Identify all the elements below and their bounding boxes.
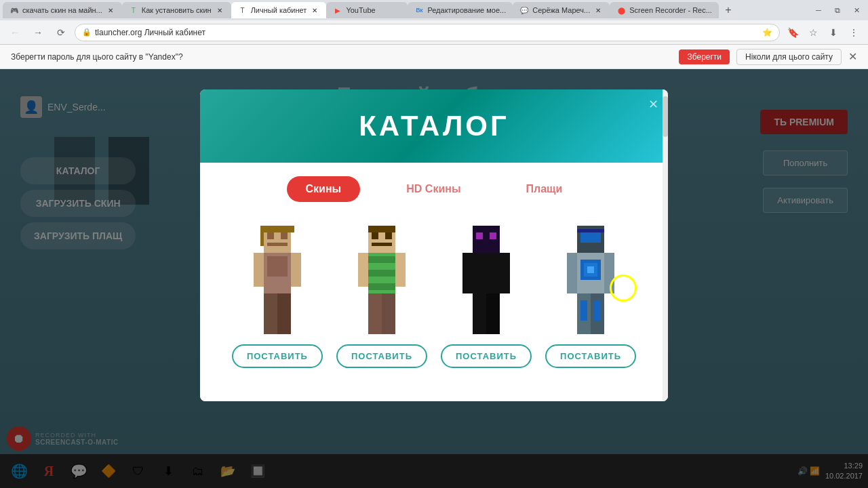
tab-4[interactable]: ▶ YouTube [326,2,408,18]
svg-rect-8 [254,253,264,287]
menu-icon[interactable]: ⋮ [845,24,863,41]
minimize-button[interactable]: ─ [810,3,827,17]
svg-rect-40 [567,253,577,293]
svg-rect-9 [291,253,301,287]
tab-6-close[interactable]: ✕ [593,5,603,15]
set-skin-4-button[interactable]: ПОСТАВИТЬ [545,344,636,368]
restore-button[interactable]: ⧉ [829,3,846,17]
tab-6[interactable]: 💬 Серёжа Мареч... ✕ [513,2,610,18]
tab-cloaks[interactable]: Плащи [507,176,582,202]
page-content: Личный кабинет 👤 ENV_Serde... КАТАЛОГ ЗА… [0,69,868,488]
download-icon[interactable]: ⬇ [825,24,842,41]
svg-rect-22 [395,253,406,287]
tab-7[interactable]: ⬤ Screen Recorder - Rec... [610,2,719,18]
skin-item-3: ПОСТАВИТЬ [441,222,532,368]
svg-rect-35 [577,229,604,232]
catalog-modal: КАТАЛОГ ✕ Скины HD Скины Плащи [200,89,668,401]
svg-rect-45 [594,300,601,321]
modal-close-button[interactable]: ✕ [645,96,661,113]
svg-rect-26 [476,232,483,239]
never-password-button[interactable]: Ніколи для цього сайту [736,49,842,65]
tab-2-favicon: T [129,5,138,15]
close-button[interactable]: ✕ [848,3,865,17]
tab-4-favicon: ▶ [333,5,342,15]
tab-7-favicon: ⬤ [616,5,626,15]
tab-hd-skins[interactable]: HD Скины [387,176,479,202]
svg-rect-18 [368,256,395,263]
password-bar: Зберегти пароль для цього сайту в "Yande… [0,45,868,69]
tab-7-title: Screen Recorder - Rec... [629,6,712,14]
svg-rect-34 [580,232,601,243]
svg-rect-4 [260,226,294,232]
svg-rect-24 [382,293,395,334]
window-controls: ─ ⧉ ✕ [810,0,868,20]
set-skin-2-button[interactable]: ПОСТАВИТЬ [336,344,427,368]
star-icon[interactable]: ☆ [804,24,822,41]
skin-item-2: ПОСТАВИТЬ [336,222,427,368]
svg-rect-41 [604,253,614,293]
tab-5-favicon: Вк [414,5,424,15]
tab-1-favicon: 🎮 [9,5,19,15]
reload-button[interactable]: ⟳ [52,23,71,42]
svg-rect-32 [486,293,500,334]
svg-rect-1 [267,232,274,239]
browser-controls: ← → ⟳ 🔒 tlauncher.org Личный кабинет ⭐ 🔖… [0,20,868,45]
toolbar-icons: 🔖 ☆ ⬇ ⋮ [784,24,863,41]
skin-canvas-2 [338,222,426,338]
svg-rect-23 [368,293,382,334]
password-bar-close[interactable]: ✕ [848,50,857,63]
tab-5[interactable]: Вк Редактирование мое... [408,2,513,18]
svg-rect-7 [267,256,288,277]
tab-bar: 🎮 скачать скин на майн... ✕ T Как устано… [0,0,868,20]
tab-1[interactable]: 🎮 скачать скин на майн... ✕ [3,2,122,18]
new-tab-button[interactable]: + [719,2,738,18]
svg-rect-31 [473,293,486,334]
catalog-tabs: Скины HD Скины Плащи [220,176,648,202]
svg-rect-44 [580,300,587,321]
svg-rect-14 [385,232,392,239]
svg-rect-15 [372,243,392,246]
address-text: tlauncher.org Личный кабинет [95,28,205,37]
set-skin-1-button[interactable]: ПОСТАВИТЬ [232,344,323,368]
tab-4-title: YouTube [346,6,375,14]
skin-svg-4 [564,226,618,334]
tab-3-favicon: T [238,5,248,15]
save-password-button[interactable]: Зберегти [679,49,730,64]
skin-canvas-1 [233,222,321,338]
tab-3-close[interactable]: ✕ [310,5,319,15]
tab-6-title: Серёжа Мареч... [532,6,590,14]
svg-rect-19 [368,270,395,277]
modal-scrollbar-thumb [663,96,668,137]
modal-body: Скины HD Скины Плащи [200,163,668,401]
forward-button[interactable]: → [28,23,47,42]
svg-rect-11 [277,293,291,334]
tab-3[interactable]: T Личный кабинет ✕ [231,2,327,18]
address-bar[interactable]: 🔒 tlauncher.org Личный кабинет ⭐ [75,24,780,41]
tab-1-close[interactable]: ✕ [106,5,115,15]
skin-svg-2 [355,226,409,334]
svg-rect-29 [462,253,473,293]
svg-rect-2 [281,232,288,239]
skin-item-4: ПОСТАВИТЬ [545,222,636,368]
svg-rect-20 [368,283,395,290]
tab-skins[interactable]: Скины [287,176,361,202]
svg-rect-5 [260,232,264,246]
tab-5-title: Редактирование мое... [427,6,506,14]
tab-6-favicon: 💬 [519,5,529,15]
tab-2-close[interactable]: ✕ [215,5,224,15]
tab-2[interactable]: T Как установить скин ✕ [122,2,231,18]
modal-overlay: КАТАЛОГ ✕ Скины HD Скины Плащи [0,69,868,488]
skin-svg-3 [459,226,513,334]
bookmark-icon[interactable]: 🔖 [784,24,802,41]
tab-1-title: скачать скин на майн... [22,6,102,14]
svg-rect-28 [473,253,500,293]
skin-grid: ПОСТАВИТЬ [220,222,648,368]
tab-3-title: Личный кабинет [251,6,307,14]
set-skin-3-button[interactable]: ПОСТАВИТЬ [441,344,532,368]
svg-rect-21 [358,253,368,287]
svg-rect-10 [264,293,277,334]
svg-rect-27 [490,232,496,239]
modal-scrollbar[interactable] [663,89,668,401]
skin-item-1: ПОСТАВИТЬ [232,222,323,368]
back-button[interactable]: ← [5,23,24,42]
